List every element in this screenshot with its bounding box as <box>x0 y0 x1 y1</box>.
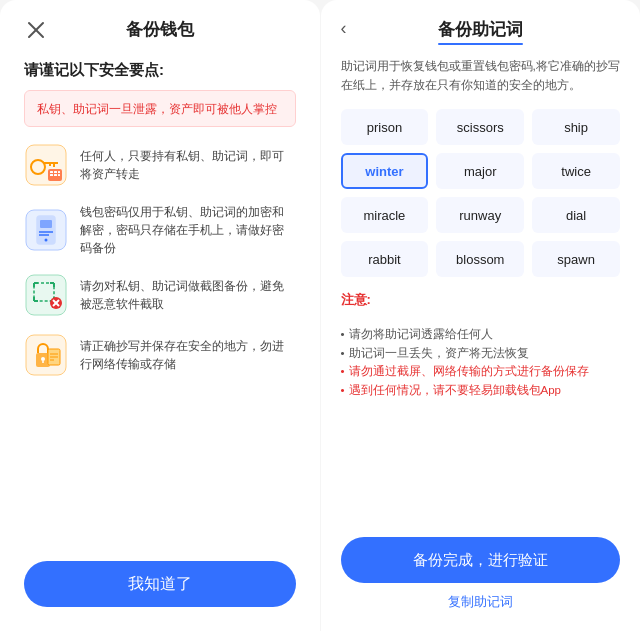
note-title: 注意: <box>341 291 621 309</box>
left-bottom: 我知道了 <box>24 545 296 607</box>
back-button[interactable]: ‹ <box>341 18 347 39</box>
note-item-3: • 遇到任何情况，请不要轻易卸载钱包App <box>341 381 621 399</box>
svg-rect-16 <box>40 220 52 228</box>
right-title-wrap: 备份助记词 <box>438 18 523 45</box>
screenshot-icon <box>24 273 68 317</box>
mnemonic-word-blossom: blossom <box>436 241 524 277</box>
left-header: 备份钱包 <box>24 0 296 53</box>
mnemonic-word-ship: ship <box>532 109 620 145</box>
warning-banner: 私钥、助记词一旦泄露，资产即可被他人掌控 <box>24 90 296 127</box>
left-subtitle: 请谨记以下安全要点: <box>24 61 164 80</box>
note-dot: • <box>341 381 345 399</box>
svg-rect-8 <box>50 171 53 173</box>
svg-point-35 <box>41 357 45 361</box>
right-bottom: 备份完成，进行验证 复制助记词 <box>341 537 621 611</box>
mnemonic-word-major: major <box>436 153 524 189</box>
right-desc: 助记词用于恢复钱包或重置钱包密码,将它准确的抄写在纸上，并存放在只有你知道的安全… <box>341 57 621 95</box>
tip-item-1: 任何人，只要持有私钥、助记词，即可将资产转走 <box>24 143 296 187</box>
note-dot: • <box>341 362 345 380</box>
note-item-1: • 助记词一旦丢失，资产将无法恢复 <box>341 344 621 362</box>
note-dot: • <box>341 325 345 343</box>
svg-point-19 <box>45 239 48 242</box>
tip-text-1: 任何人，只要持有私钥、助记词，即可将资产转走 <box>80 147 296 183</box>
tip-text-4: 请正确抄写并保存在安全的地方，勿进行网络传输或存储 <box>80 337 296 373</box>
mnemonic-word-scissors: scissors <box>436 109 524 145</box>
svg-rect-20 <box>26 275 66 315</box>
mnemonic-word-winter: winter <box>341 153 429 189</box>
note-dot: • <box>341 344 345 362</box>
mnemonic-word-dial: dial <box>532 197 620 233</box>
mnemonic-word-prison: prison <box>341 109 429 145</box>
right-panel: ‹ 备份助记词 助记词用于恢复钱包或重置钱包密码,将它准确的抄写在纸上，并存放在… <box>321 0 641 631</box>
svg-rect-13 <box>58 174 60 176</box>
note-item-0: • 请勿将助记词透露给任何人 <box>341 325 621 343</box>
svg-rect-10 <box>58 171 60 173</box>
warning-text: 私钥、助记词一旦泄露，资产即可被他人掌控 <box>37 102 277 116</box>
tip-list: 任何人，只要持有私钥、助记词，即可将资产转走 钱包密码仅用于私钥、助记词的加密和… <box>24 143 296 377</box>
phone-icon <box>24 208 68 252</box>
mnemonic-word-twice: twice <box>532 153 620 189</box>
right-title: 备份助记词 <box>438 18 523 41</box>
save-icon <box>24 333 68 377</box>
note-text-3: 遇到任何情况，请不要轻易卸载钱包App <box>349 381 561 399</box>
tip-text-3: 请勿对私钥、助记词做截图备份，避免被恶意软件截取 <box>80 277 296 313</box>
note-text-2: 请勿通过截屏、网络传输的方式进行备份保存 <box>349 362 589 380</box>
note-item-2: • 请勿通过截屏、网络传输的方式进行备份保存 <box>341 362 621 380</box>
close-button[interactable] <box>24 18 48 42</box>
key-icon <box>24 143 68 187</box>
mnemonic-grid: prisonscissorsshipwintermajortwicemiracl… <box>341 109 621 277</box>
tip-item-3: 请勿对私钥、助记词做截图备份，避免被恶意软件截取 <box>24 273 296 317</box>
svg-rect-11 <box>50 174 53 176</box>
tip-item-4: 请正确抄写并保存在安全的地方，勿进行网络传输或存储 <box>24 333 296 377</box>
left-panel: 备份钱包 请谨记以下安全要点: 私钥、助记词一旦泄露，资产即可被他人掌控 <box>0 0 320 631</box>
right-title-underline <box>438 43 523 45</box>
verify-button[interactable]: 备份完成，进行验证 <box>341 537 621 583</box>
acknowledge-button[interactable]: 我知道了 <box>24 561 296 607</box>
tip-text-2: 钱包密码仅用于私钥、助记词的加密和解密，密码只存储在手机上，请做好密码备份 <box>80 203 296 257</box>
copy-mnemonic-button[interactable]: 复制助记词 <box>341 593 621 611</box>
note-text-1: 助记词一旦丢失，资产将无法恢复 <box>349 344 529 362</box>
svg-rect-9 <box>54 171 57 173</box>
mnemonic-word-runway: runway <box>436 197 524 233</box>
left-title: 备份钱包 <box>126 18 194 41</box>
mnemonic-word-rabbit: rabbit <box>341 241 429 277</box>
mnemonic-word-miracle: miracle <box>341 197 429 233</box>
note-text-0: 请勿将助记词透露给任何人 <box>349 325 493 343</box>
tip-item-2: 钱包密码仅用于私钥、助记词的加密和解密，密码只存储在手机上，请做好密码备份 <box>24 203 296 257</box>
svg-rect-12 <box>54 174 57 176</box>
mnemonic-word-spawn: spawn <box>532 241 620 277</box>
note-section: 注意: <box>341 291 621 313</box>
right-header: ‹ 备份助记词 <box>341 0 621 57</box>
note-items: • 请勿将助记词透露给任何人• 助记词一旦丢失，资产将无法恢复• 请勿通过截屏、… <box>341 325 621 399</box>
